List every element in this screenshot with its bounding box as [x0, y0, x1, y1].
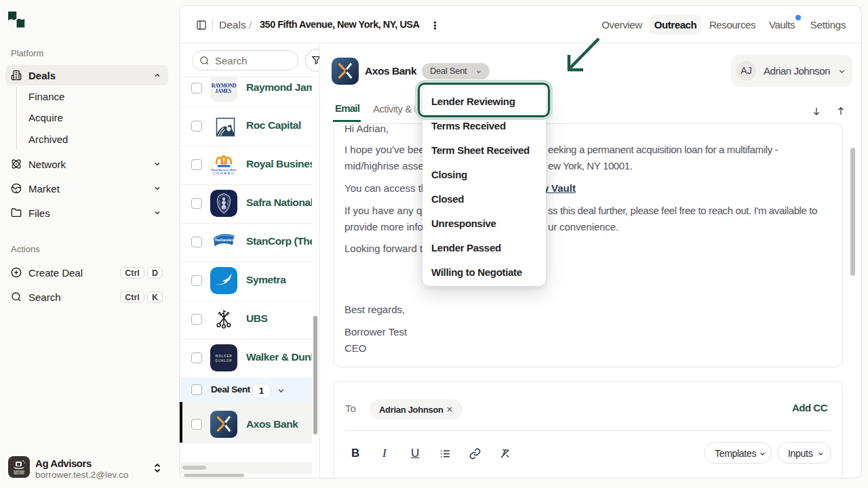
svg-text:MAGICIANS: MAGICIANS — [14, 472, 24, 475]
svg-text:JAMES: JAMES — [215, 88, 231, 94]
svg-text:DUNLOP: DUNLOP — [215, 359, 232, 363]
svg-text:WALKER: WALKER — [215, 354, 232, 358]
svg-text:BORROWER: BORROWER — [14, 470, 24, 473]
svg-text:TheStandard: TheStandard — [214, 239, 233, 242]
svg-text:立信商業銀行: 立信商業銀行 — [212, 171, 235, 175]
